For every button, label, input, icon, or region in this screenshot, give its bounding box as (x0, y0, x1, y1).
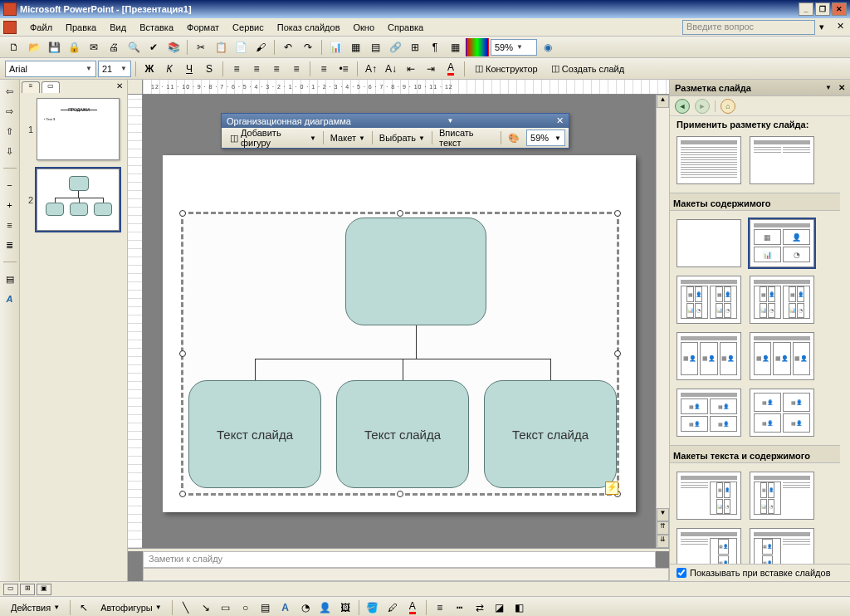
layout-thumb[interactable]: ▦👤📊◔ (750, 472, 814, 520)
vertical-scrollbar[interactable]: ▲ ▼ ⇈ ⇊ (656, 95, 669, 548)
forward-icon[interactable]: ► (695, 99, 710, 114)
minimize-button[interactable]: _ (799, 2, 813, 16)
shadow-icon[interactable]: S (200, 60, 218, 78)
arrow-style-icon[interactable]: ⇄ (471, 599, 489, 617)
underline-icon[interactable]: Ч (180, 60, 198, 78)
layout-button[interactable]: Макет ▼ (325, 130, 370, 146)
promote-icon[interactable]: ⇦ (2, 83, 18, 100)
menu-insert[interactable]: Вставка (133, 21, 180, 34)
diagram-icon[interactable]: ◔ (296, 599, 315, 617)
layouts-list[interactable]: Макеты содержимого ▦👤📊◔ ▦👤📊◔▦👤📊◔ ▦👤📊◔▦👤📊… (670, 133, 850, 564)
scroll-up-icon[interactable]: ▲ (657, 95, 669, 108)
align-right-icon[interactable]: ≡ (267, 60, 286, 78)
picture-icon[interactable]: 🖼 (336, 599, 354, 617)
panel-close-icon[interactable]: ✕ (114, 81, 125, 93)
resize-handle[interactable] (614, 210, 621, 217)
restore-button[interactable]: ❐ (815, 2, 830, 16)
increase-indent-icon[interactable]: ⇥ (422, 60, 440, 78)
new-slide-button[interactable]: ◫ Создать слайд (545, 60, 630, 78)
align-justify-icon[interactable]: ≡ (287, 60, 305, 78)
font-color-icon[interactable]: A (442, 60, 460, 78)
menu-file[interactable]: Файл (23, 21, 59, 34)
shadow-style-icon[interactable]: ◪ (491, 599, 509, 617)
open-icon[interactable]: 📂 (25, 38, 43, 56)
resize-handle[interactable] (179, 491, 186, 497)
resize-handle[interactable] (397, 491, 403, 497)
help-icon[interactable]: ◉ (539, 38, 557, 56)
taskpane-dropdown-icon[interactable]: ▼ (825, 84, 832, 91)
slide-canvas[interactable]: Текст слайда Текст слайда Текст слайда ⚡ (163, 155, 636, 512)
copy-icon[interactable]: 📋 (212, 38, 230, 56)
wordart-icon[interactable]: A (276, 599, 295, 617)
layout-thumb[interactable]: ▦👤▦👤 (750, 528, 814, 564)
show-on-insert-checkbox[interactable] (677, 568, 686, 578)
diagram-container[interactable]: Текст слайда Текст слайда Текст слайда ⚡ (181, 212, 619, 496)
org-node-top[interactable] (345, 218, 486, 325)
taskpane-close-icon[interactable]: ✕ (838, 83, 845, 92)
textbox-icon[interactable]: ▤ (256, 599, 275, 617)
3d-style-icon[interactable]: ◧ (510, 599, 529, 617)
resize-handle[interactable] (179, 210, 186, 217)
menu-edit[interactable]: Правка (59, 21, 103, 34)
layout-thumb[interactable] (750, 136, 814, 184)
normal-view-icon[interactable]: ▭ (3, 584, 18, 595)
menu-view[interactable]: Вид (103, 21, 133, 34)
layout-thumb[interactable]: ▦👤▦👤▦👤 (677, 332, 741, 380)
layout-thumb[interactable]: ▦👤▦👤▦👤▦👤 (677, 389, 741, 437)
autoformat-icon[interactable]: 🎨 (503, 130, 525, 146)
paste-icon[interactable]: 📄 (232, 38, 250, 56)
menu-format[interactable]: Формат (180, 21, 226, 34)
ask-question-input[interactable]: Введите вопрос (682, 20, 815, 35)
summary-slide-icon[interactable]: ▤ (2, 271, 18, 287)
orgchart-zoom[interactable]: 59% ▼ (526, 130, 565, 146)
slides-tab[interactable]: ▭ (42, 81, 60, 93)
slideshow-view-icon[interactable]: ▣ (37, 584, 51, 595)
expand-icon[interactable]: + (2, 197, 18, 213)
sorter-view-icon[interactable]: ⊞ (20, 584, 35, 595)
dash-style-icon[interactable]: ┅ (451, 599, 469, 617)
smart-tag-icon[interactable]: ⚡ (605, 482, 618, 495)
org-node-2[interactable]: Текст слайда (336, 380, 469, 488)
resize-handle[interactable] (614, 350, 621, 357)
decrease-indent-icon[interactable]: ⇤ (402, 60, 420, 78)
autoshapes-button[interactable]: Автофигуры ▼ (95, 599, 168, 617)
expand-all-icon[interactable]: ≣ (2, 237, 18, 253)
demote-icon[interactable]: ⇨ (2, 103, 18, 120)
spellcheck-icon[interactable]: ✔ (144, 38, 163, 56)
print-icon[interactable]: 🖨 (105, 38, 123, 56)
vertical-ruler[interactable] (128, 95, 143, 548)
decrease-font-icon[interactable]: A↓ (382, 60, 400, 78)
menu-tools[interactable]: Сервис (226, 21, 271, 34)
home-icon[interactable]: ⌂ (721, 99, 735, 114)
org-node-3[interactable]: Текст слайда (484, 380, 617, 488)
italic-icon[interactable]: К (160, 60, 178, 78)
resize-handle[interactable] (397, 210, 403, 217)
slide-thumb-1[interactable]: ПРОДАЖИ • Test 3 (37, 98, 120, 160)
layout-thumb[interactable]: ▦👤📊◔▦👤📊◔ (750, 276, 814, 324)
move-down-icon[interactable]: ⇩ (2, 143, 18, 159)
research-icon[interactable]: 📚 (164, 38, 183, 56)
horizontal-scrollbar[interactable] (143, 568, 669, 581)
grid-icon[interactable]: ▦ (446, 38, 464, 56)
align-center-icon[interactable]: ≡ (247, 60, 266, 78)
font-size-combo[interactable]: 21▼ (98, 61, 131, 77)
align-left-icon[interactable]: ≡ (227, 60, 246, 78)
design-button[interactable]: ◫ Конструктор (469, 60, 544, 78)
fill-color-icon[interactable]: 🪣 (364, 599, 382, 617)
scroll-down-icon[interactable]: ▼ (657, 508, 669, 521)
slide-thumb-2[interactable] (37, 169, 120, 231)
chart-icon[interactable]: 📊 (326, 38, 344, 56)
close-button[interactable]: ✕ (832, 2, 847, 16)
preview-icon[interactable]: 🔍 (125, 38, 143, 56)
resize-handle[interactable] (179, 350, 186, 357)
select-icon[interactable]: ↖ (75, 599, 93, 617)
outline-tab[interactable]: ≡ (22, 81, 40, 93)
slide-workspace[interactable]: Организационная диаграмма ▼ ✕ ◫ Добавить… (143, 95, 656, 548)
collapse-all-icon[interactable]: ≡ (2, 217, 18, 233)
move-up-icon[interactable]: ⇧ (2, 123, 18, 139)
numbering-icon[interactable]: ≡ (315, 60, 333, 78)
save-icon[interactable]: 💾 (45, 38, 63, 56)
bold-icon[interactable]: Ж (140, 60, 159, 78)
horizontal-ruler[interactable]: 12 · 11 · 10 · 9 · 8 · 7 · 6 · 5 · 4 · 3… (143, 80, 669, 95)
layout-thumb[interactable]: ▦👤▦👤▦👤▦👤 (750, 389, 814, 437)
